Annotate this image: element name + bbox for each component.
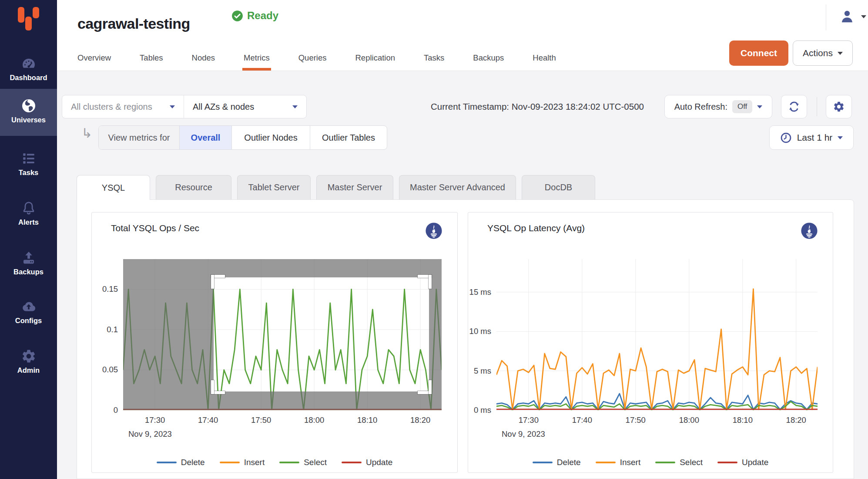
y-tick-label: 15 ms [468,287,491,297]
admin-gear-icon [21,348,37,364]
auto-refresh-select[interactable]: Auto Refresh: Off [664,95,772,118]
x-tick-label: 18:00 [295,415,334,425]
app-window: Dashboard Universes Tasks [0,0,868,479]
view-option-outlier-tables[interactable]: Outlier Tables [310,126,387,149]
view-option-overall[interactable]: Overall [180,126,232,149]
sidebar-item-configs[interactable]: Configs [0,295,57,325]
legend-swatch [157,462,177,463]
status-badge: Ready [231,10,278,22]
chart-title: Total YSQL Ops / Sec [111,223,199,233]
actions-button[interactable]: Actions [793,40,853,66]
legend-item-insert[interactable]: Insert [596,458,641,467]
actions-label: Actions [803,48,833,58]
metrics-panel: Total YSQL Ops / Sec 00.050.10.15 17:30 [77,199,854,479]
sidebar-item-backups[interactable]: Backups [0,246,57,276]
time-range-value: Last 1 hr [797,132,833,143]
connect-button[interactable]: Connect [729,40,788,66]
user-person-icon [838,8,856,25]
metric-tab-tablet-server[interactable]: Tablet Server [237,175,311,199]
sidebar-item-universes[interactable]: Universes [0,89,57,136]
branch-arrow-icon: ↳ [81,127,92,140]
tab-nodes[interactable]: Nodes [192,45,215,71]
tab-overview[interactable]: Overview [77,45,111,71]
legend-swatch [342,462,362,463]
x-tick-label: 17:30 [135,415,174,425]
chart-card-total-ysql-ops: Total YSQL Ops / Sec 00.050.10.15 17:30 [91,212,458,473]
azs-nodes-select[interactable]: All AZs & nodes [184,95,306,118]
alerts-bell-icon [21,200,37,216]
refresh-button[interactable] [781,95,807,118]
metric-tab-master-server-advanced[interactable]: Master Server Advanced [399,175,516,199]
view-option-outlier-nodes[interactable]: Outlier Nodes [232,126,310,149]
zoom-mask [123,391,442,410]
prometheus-icon[interactable] [425,222,442,239]
azs-nodes-value: All AZs & nodes [193,102,254,112]
user-menu[interactable] [838,8,866,25]
zoom-mask [123,259,442,277]
yugabyte-logo-icon[interactable] [16,6,41,32]
backups-upload-icon [21,250,37,266]
tab-replication[interactable]: Replication [355,45,395,71]
selection-handle [211,275,214,289]
sidebar: Dashboard Universes Tasks [0,0,57,479]
legend-label: Delete [181,458,205,467]
header: cagrawal-testing Ready Overview Tables N… [57,0,868,71]
chevron-down-icon [861,15,866,18]
tab-health[interactable]: Health [533,45,556,71]
metric-tab-ysql[interactable]: YSQL [77,175,150,200]
tab-tables[interactable]: Tables [140,45,163,71]
legend-swatch [220,462,240,463]
prometheus-icon[interactable] [801,222,818,239]
settings-button[interactable] [826,95,852,118]
clusters-regions-select[interactable]: All clusters & regions [62,95,184,118]
gear-icon [833,101,845,113]
legend-item-delete[interactable]: Delete [533,458,581,467]
chevron-down-icon [170,105,175,108]
legend-swatch [596,462,616,463]
legend-item-select[interactable]: Select [655,458,703,467]
latency-chart-plot[interactable] [496,259,818,410]
x-tick-label: 18:10 [348,415,387,425]
chart-card-ysql-op-latency: YSQL Op Latency (Avg) 0 ms5 ms10 ms15 ms [468,212,833,473]
metric-tab-master-server[interactable]: Master Server [316,175,393,199]
sidebar-item-alerts[interactable]: Alerts [0,197,57,226]
legend-swatch [533,462,553,463]
legend-item-update[interactable]: Update [717,458,768,467]
view-metrics-label: View metrics for [99,126,180,149]
sidebar-item-dashboard[interactable]: Dashboard [0,52,57,82]
legend-item-update[interactable]: Update [342,458,392,467]
x-tick-label: 17:40 [563,415,602,425]
x-tick-label: 18:10 [723,415,762,425]
sidebar-item-label: Admin [0,366,57,374]
configs-cloud-icon [21,299,37,314]
sidebar-item-label: Configs [0,317,57,325]
legend-swatch [717,462,737,463]
zoom-mask [429,277,442,391]
scope-selects: All clusters & regions All AZs & nodes [62,95,307,118]
view-metrics-switch: View metrics for Overall Outlier Nodes O… [98,125,387,150]
time-range-select[interactable]: Last 1 hr [769,125,854,150]
x-tick-label: 17:40 [188,415,228,425]
x-tick-label: 18:00 [670,415,709,425]
legend-item-select[interactable]: Select [279,458,327,467]
tab-tasks[interactable]: Tasks [424,45,444,71]
tab-queries[interactable]: Queries [298,45,327,71]
divider [826,4,826,30]
tab-backups[interactable]: Backups [473,45,504,71]
ops-chart-plot[interactable] [123,259,442,410]
universes-globe-icon [21,98,37,114]
metric-tab-resource[interactable]: Resource [156,175,231,199]
chart-title: YSQL Op Latency (Avg) [487,223,585,233]
legend-item-delete[interactable]: Delete [157,458,205,467]
x-tick-label: 17:50 [241,415,281,425]
chart-legend: DeleteInsertSelectUpdate [468,458,833,467]
sidebar-item-tasks[interactable]: Tasks [0,147,57,177]
tab-metrics[interactable]: Metrics [244,45,270,71]
y-tick-label: 5 ms [468,366,491,376]
sidebar-item-admin[interactable]: Admin [0,345,57,374]
metric-tab-docdb[interactable]: DocDB [522,175,595,199]
tasks-list-icon [21,151,37,166]
x-axis-date-label: Nov 9, 2023 [502,429,545,439]
divider [817,97,817,116]
legend-item-insert[interactable]: Insert [220,458,265,467]
